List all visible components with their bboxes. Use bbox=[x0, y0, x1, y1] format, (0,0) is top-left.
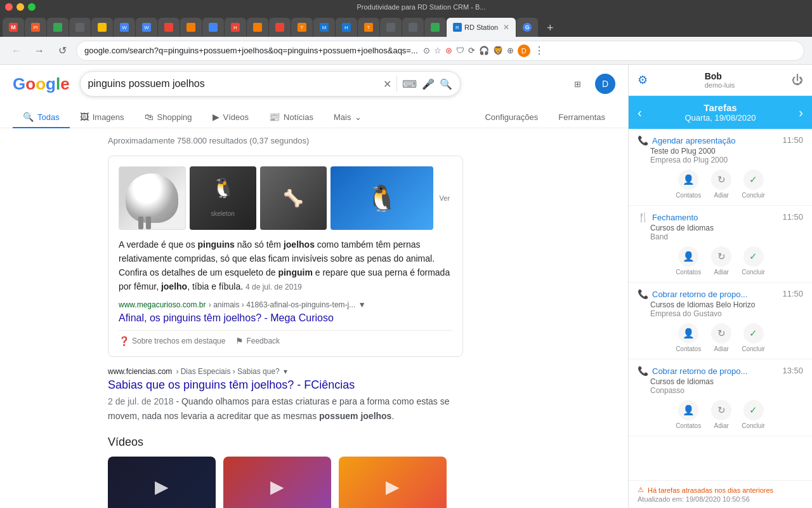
nav-shopping[interactable]: 🛍 Shopping bbox=[134, 107, 202, 128]
featured-img-2[interactable]: 🐧skeleton bbox=[190, 166, 256, 230]
nav-videos[interactable]: ▶ Vídeos bbox=[202, 107, 259, 128]
task-2-contacts-button[interactable]: 👤 Contatos bbox=[676, 246, 701, 276]
task-2-title[interactable]: Fechamento bbox=[652, 213, 698, 222]
crm-prev-button[interactable]: ‹ bbox=[638, 105, 642, 120]
tab-12[interactable] bbox=[247, 18, 268, 37]
tab-3[interactable] bbox=[47, 18, 69, 37]
feedback-button[interactable]: ⚑ Feedback bbox=[235, 336, 280, 346]
tab-19[interactable] bbox=[402, 18, 424, 37]
featured-img-4[interactable]: 🐧 bbox=[331, 166, 433, 230]
video-card-3[interactable]: ▶ bbox=[339, 457, 447, 508]
task-1-time: 11:50 bbox=[782, 135, 803, 145]
menu-icon[interactable]: ⋮ bbox=[534, 44, 544, 57]
featured-source-dropdown[interactable]: ▼ bbox=[358, 300, 366, 309]
tab-18[interactable] bbox=[380, 18, 402, 37]
search-icon[interactable]: 🔍 bbox=[440, 78, 452, 90]
nav-tools[interactable]: Ferramentas bbox=[548, 107, 615, 128]
task-1-complete-button[interactable]: ✓ Concluir bbox=[742, 170, 765, 199]
shield-icon[interactable]: 🛡 bbox=[456, 46, 464, 55]
clear-search-button[interactable]: ✕ bbox=[383, 78, 391, 90]
task-3-contacts-button[interactable]: 👤 Contatos bbox=[676, 323, 701, 352]
minimize-button[interactable] bbox=[16, 3, 24, 11]
task-4-title[interactable]: Cobrar retorno de propo... bbox=[652, 366, 747, 376]
task-4-contacts-button[interactable]: 👤 Contatos bbox=[676, 400, 701, 429]
task-1-phone-icon: 📞 bbox=[638, 135, 648, 145]
crm-next-button[interactable]: › bbox=[799, 105, 803, 120]
profile-icon[interactable]: D bbox=[518, 44, 530, 57]
cast-icon[interactable]: ⊛ bbox=[445, 46, 452, 55]
headphone-icon[interactable]: 🎧 bbox=[479, 46, 489, 55]
tab-google[interactable]: G bbox=[516, 18, 538, 37]
tab-9[interactable] bbox=[180, 18, 202, 37]
tab-14[interactable]: T bbox=[291, 18, 313, 37]
brave-icon[interactable]: 🦁 bbox=[493, 46, 503, 55]
refresh-button[interactable]: ↺ bbox=[53, 42, 71, 60]
crm-power-icon[interactable]: ⏻ bbox=[792, 74, 803, 87]
keyboard-icon[interactable]: ⌨ bbox=[402, 78, 417, 90]
task-4-complete-button[interactable]: ✓ Concluir bbox=[742, 400, 765, 429]
nav-more[interactable]: Mais ⌄ bbox=[324, 107, 372, 128]
tab-8[interactable] bbox=[158, 18, 180, 37]
task-3-complete-button[interactable]: ✓ Concluir bbox=[742, 323, 765, 352]
result-2-dropdown[interactable]: ▾ bbox=[284, 367, 287, 376]
task-2-postpone-button[interactable]: ↻ Adiar bbox=[711, 246, 731, 276]
task-3-postpone-button[interactable]: ↻ Adiar bbox=[711, 323, 731, 352]
tab-4[interactable] bbox=[69, 18, 91, 37]
tab-6[interactable]: W bbox=[114, 18, 135, 37]
tab-close-btn[interactable]: ✕ bbox=[503, 23, 509, 32]
tab-13[interactable] bbox=[269, 18, 291, 37]
tab-pluralsight[interactable]: Pl bbox=[25, 18, 46, 37]
microphone-icon[interactable]: 🎤 bbox=[422, 78, 435, 90]
task-4-contacts-label: Contatos bbox=[676, 422, 701, 429]
task-4-postpone-button[interactable]: ↻ Adiar bbox=[711, 400, 731, 429]
grid-apps-button[interactable]: ⊞ bbox=[565, 76, 590, 93]
crm-gear-icon[interactable]: ⚙ bbox=[638, 73, 648, 87]
extensions-icon[interactable]: ⊕ bbox=[507, 46, 514, 55]
task-2-actions: 👤 Contatos ↻ Adiar ✓ Concluir bbox=[638, 246, 803, 276]
task-1-title[interactable]: Agendar apresentação bbox=[652, 136, 736, 145]
tab-11[interactable]: H bbox=[225, 18, 246, 37]
task-1-actions: 👤 Contatos ↻ Adiar ✓ Concluir bbox=[638, 170, 803, 199]
active-tab-label: RD Station bbox=[464, 23, 498, 31]
maximize-button[interactable] bbox=[28, 3, 36, 11]
nav-images[interactable]: 🖼 Imagens bbox=[70, 107, 134, 128]
featured-img-3[interactable]: 🦴 bbox=[260, 166, 327, 230]
translate-icon[interactable]: ⊙ bbox=[423, 46, 430, 55]
google-logo[interactable]: Google bbox=[13, 74, 70, 94]
featured-img-1[interactable] bbox=[119, 166, 186, 230]
task-1-postpone-button[interactable]: ↻ Adiar bbox=[711, 170, 731, 199]
nav-news[interactable]: 📰 Notícias bbox=[259, 107, 324, 128]
tab-17[interactable]: T bbox=[358, 18, 379, 37]
featured-link[interactable]: Afinal, os pinguins têm joelhos? - Mega … bbox=[119, 312, 452, 324]
user-avatar[interactable]: D bbox=[595, 74, 615, 94]
google-page: Google pinguins possuem joelhos ✕ ⌨ 🎤 🔍 … bbox=[0, 65, 628, 508]
tab-10[interactable] bbox=[202, 18, 224, 37]
nav-settings[interactable]: Configurações bbox=[475, 107, 548, 128]
about-snippet-button[interactable]: ❓ Sobre trechos em destaque bbox=[119, 336, 225, 346]
search-box[interactable]: pinguins possuem joelhos ✕ ⌨ 🎤 🔍 bbox=[80, 71, 461, 97]
tab-15[interactable]: M bbox=[313, 18, 335, 37]
address-bar[interactable]: google.com/search?q=pinguins+possuem+joe… bbox=[76, 41, 804, 61]
tab-20[interactable] bbox=[424, 18, 446, 37]
task-2-complete-button[interactable]: ✓ Concluir bbox=[742, 246, 765, 276]
video-card-2[interactable]: ▶ bbox=[223, 457, 331, 508]
tab-gmail[interactable]: M bbox=[3, 18, 24, 37]
result-2-title[interactable]: Sabias que os pinguins têm joelhos? - FC… bbox=[108, 378, 463, 392]
bookmark-icon[interactable]: ☆ bbox=[434, 46, 442, 55]
close-button[interactable] bbox=[5, 3, 13, 11]
tab-active-rdstation[interactable]: R RD Station ✕ bbox=[447, 18, 516, 37]
tab-16[interactable]: H bbox=[336, 18, 357, 37]
new-tab-button[interactable]: + bbox=[541, 19, 559, 37]
video-card-1[interactable]: ▶ bbox=[108, 457, 216, 508]
task-1-contacts-button[interactable]: 👤 Contatos bbox=[676, 170, 701, 199]
tab-7[interactable]: W bbox=[136, 18, 157, 37]
task-1-company: Empresa do Plug 2000 bbox=[650, 156, 803, 164]
task-2: 🍴 Fechamento 11:50 Cursos de Idiomas Ban… bbox=[629, 206, 812, 283]
nav-all[interactable]: 🔍 Todas bbox=[13, 107, 70, 128]
tab-5[interactable] bbox=[91, 18, 113, 37]
sync-icon[interactable]: ⟳ bbox=[468, 46, 475, 55]
featured-img-ver[interactable]: Ver bbox=[437, 166, 452, 230]
forward-button[interactable]: → bbox=[30, 42, 48, 60]
back-button[interactable]: ← bbox=[8, 42, 25, 60]
task-3-title[interactable]: Cobrar retorno de propo... bbox=[652, 290, 747, 299]
